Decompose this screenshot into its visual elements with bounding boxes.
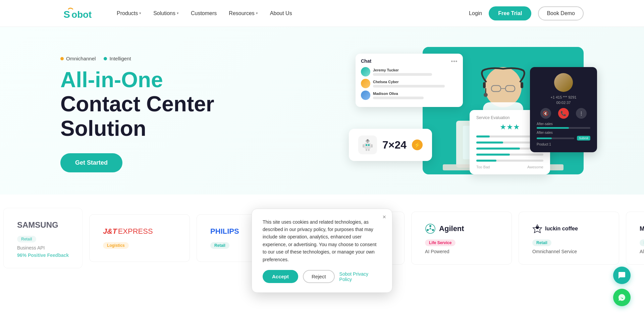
svg-text:S: S <box>63 8 70 19</box>
svg-rect-21 <box>363 144 364 148</box>
client-name: luckin coffee <box>545 222 578 235</box>
nav-solutions[interactable]: Solutions ▾ <box>153 10 179 16</box>
chevron-down-icon: ▾ <box>139 11 141 15</box>
client-logo: MICHAEL KORS <box>640 222 644 235</box>
client-desc: All-in-One Platform <box>640 249 644 254</box>
phone-number: +1 415 *** 9291 <box>537 95 590 99</box>
cookie-overlay: × This site uses cookies and related tec… <box>252 209 392 288</box>
svg-point-20 <box>367 139 369 141</box>
chevron-down-icon: ▾ <box>256 11 258 15</box>
badge-omnichannel: Omnichannel <box>60 56 96 61</box>
client-tag: Retail <box>640 239 644 246</box>
float-buttons <box>613 267 631 288</box>
book-demo-button[interactable]: Book Demo <box>538 6 584 20</box>
chat-widget: Chat ●●● Jeremy Tucker Chelsea Cyber <box>356 54 463 107</box>
client-name: Agilent <box>439 222 464 235</box>
cookie-actions: Accept Reject Sobot Privacy Policy <box>263 270 381 283</box>
svg-rect-24 <box>368 149 370 151</box>
nav-about[interactable]: About Us <box>270 10 292 16</box>
chat-message: Chelsea Cyber <box>361 79 458 88</box>
list-item: Agilent Life Service AI Powered <box>411 212 512 265</box>
mute-button[interactable]: 🔇 <box>540 108 551 119</box>
avatar <box>361 91 370 100</box>
svg-rect-23 <box>366 149 367 151</box>
badge-intelligent: Intelligent <box>104 56 131 61</box>
navbar-left: S obot Products ▾ Solutions ▾ Customers … <box>60 6 292 21</box>
client-tag: Logistics <box>103 242 129 249</box>
nav-products[interactable]: Products ▾ <box>117 10 141 16</box>
luckin-icon <box>532 224 542 234</box>
svg-rect-22 <box>371 144 373 148</box>
svg-text:obot: obot <box>71 9 92 19</box>
client-tag: Life Service <box>425 239 455 246</box>
hero-section: Omnichannel Intelligent All-in-One Conta… <box>0 27 644 195</box>
free-trial-button[interactable]: Free Trial <box>489 6 531 20</box>
reject-button[interactable]: Reject <box>303 270 335 283</box>
robot-label: 7×24 <box>382 139 407 151</box>
client-desc: Omnichannel Service <box>532 249 605 254</box>
login-button[interactable]: Login <box>469 10 482 16</box>
chat-message: Jeremy Tucker <box>361 67 458 76</box>
svg-rect-15 <box>364 143 371 149</box>
navbar-right: Login Free Trial Book Demo <box>469 6 584 20</box>
logo[interactable]: S obot <box>60 6 101 21</box>
chat-message: Madison Oliva <box>361 91 458 100</box>
svg-rect-8 <box>483 82 486 88</box>
avatar <box>361 67 370 76</box>
client-desc: AI Powered <box>425 249 498 254</box>
svg-rect-16 <box>366 144 367 146</box>
nav-customers[interactable]: Customers <box>191 10 217 16</box>
more-button[interactable]: ⋮ <box>576 108 587 119</box>
eval-bar <box>476 160 543 162</box>
call-avatar <box>554 73 573 92</box>
client-desc: Business API <box>17 245 69 251</box>
call-card: +1 415 *** 9291 00:02:37 🔇 📞 ⋮ After-sal… <box>530 67 597 152</box>
call-actions: 🔇 📞 ⋮ <box>537 108 590 119</box>
chat-float-button[interactable] <box>613 267 631 284</box>
accept-button[interactable]: Accept <box>263 270 298 283</box>
svg-point-6 <box>485 67 522 107</box>
cookie-close-button[interactable]: × <box>382 214 386 221</box>
cookie-text: This site uses cookies and related techn… <box>263 218 381 263</box>
nav-links: Products ▾ Solutions ▾ Customers Resourc… <box>117 10 292 16</box>
svg-rect-17 <box>368 144 370 146</box>
svg-rect-9 <box>521 82 523 88</box>
svg-point-26 <box>429 225 431 227</box>
client-tag: Retail <box>17 236 36 242</box>
hero-badges: Omnichannel Intelligent <box>60 56 214 61</box>
coin-icon: ⚡ <box>412 140 423 150</box>
dot-teal <box>104 57 107 60</box>
chevron-down-icon: ▾ <box>177 11 179 15</box>
client-tag: Retail <box>210 242 229 249</box>
svg-point-28 <box>432 229 434 231</box>
client-logo: SAMSUNG <box>17 218 69 232</box>
list-item: J&T EXPRESS Logistics <box>89 214 190 262</box>
hero-left: Omnichannel Intelligent All-in-One Conta… <box>60 56 214 172</box>
list-item: luckin coffee Retail Omnichannel Service <box>519 212 619 265</box>
hero-illustration: + <box>349 47 584 181</box>
message-line <box>373 97 424 99</box>
end-call-button[interactable]: 📞 <box>558 108 569 119</box>
robot-icon <box>358 135 377 154</box>
privacy-policy-link[interactable]: Sobot Privacy Policy <box>339 271 381 282</box>
svg-point-11 <box>484 93 488 97</box>
get-started-button[interactable]: Get Started <box>60 153 122 172</box>
eval-bar <box>476 154 543 156</box>
dot-orange <box>60 57 64 60</box>
svg-point-33 <box>536 226 539 229</box>
navbar: S obot Products ▾ Solutions ▾ Customers … <box>0 0 644 27</box>
cookie-banner: × This site uses cookies and related tec… <box>252 209 392 288</box>
svg-point-27 <box>427 229 429 231</box>
robot-card: 7×24 ⚡ <box>349 129 432 161</box>
list-item: SAMSUNG Retail Business API 96% Positive… <box>3 208 83 268</box>
svg-line-32 <box>431 229 432 230</box>
svg-point-29 <box>430 228 431 229</box>
client-logo: J&T EXPRESS <box>103 225 176 238</box>
client-tag: Retail <box>532 239 551 246</box>
message-line <box>373 85 445 88</box>
agilent-icon <box>425 223 436 234</box>
list-item: MICHAEL KORS Retail All-in-One Platform <box>626 212 644 265</box>
nav-resources[interactable]: Resources ▾ <box>229 10 258 16</box>
svg-line-31 <box>428 229 430 230</box>
chat-header: Chat ●●● <box>361 58 458 64</box>
